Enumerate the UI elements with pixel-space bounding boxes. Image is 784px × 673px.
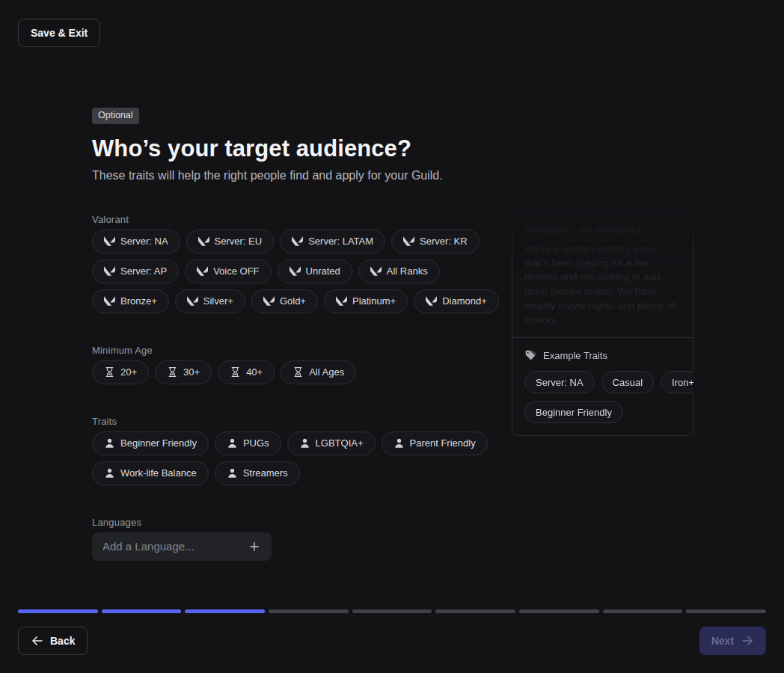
- back-button[interactable]: Back: [18, 627, 88, 655]
- example-guild-panel: Hardcore · 49 members We’re a women gami…: [512, 203, 693, 436]
- section-languages: Languages: [92, 517, 515, 561]
- valorant-filter-chip[interactable]: Server: LATAM: [280, 230, 385, 253]
- valorant-filter-chip[interactable]: Voice OFF: [185, 259, 271, 283]
- chip-label: Voice OFF: [213, 265, 259, 277]
- example-trait-chip: Server: NA: [524, 371, 595, 393]
- valorant-icon: [336, 295, 347, 307]
- language-input[interactable]: [102, 540, 246, 553]
- valorant-filter-chip[interactable]: Platinum+: [324, 289, 408, 313]
- faded-guild-description: We’re a women gaming group that’s been p…: [524, 242, 681, 327]
- progress-bar: [18, 609, 766, 613]
- chip-row: Server: NA Casual Iron+: [524, 371, 681, 393]
- progress-segment: [18, 609, 98, 613]
- chip-label: Server: EU: [215, 236, 263, 247]
- chip-label: Gold+: [280, 295, 306, 307]
- minimum-age-chip[interactable]: All Ages: [281, 360, 356, 384]
- trait-chip[interactable]: Work-life Balance: [92, 461, 209, 485]
- minimum-age-chip[interactable]: 40+: [218, 360, 275, 384]
- valorant-filter-chip[interactable]: All Ranks: [358, 259, 440, 283]
- valorant-icon: [263, 295, 275, 307]
- hourglass-icon: [230, 366, 241, 378]
- chip-label: Beginner Friendly: [120, 437, 197, 449]
- next-label: Next: [711, 635, 734, 647]
- progress-segment: [519, 609, 599, 613]
- hourglass-icon: [104, 366, 115, 378]
- valorant-filter-chip[interactable]: Silver+: [175, 289, 245, 313]
- trait-chip[interactable]: Parent Friendly: [382, 431, 488, 455]
- progress-segment: [185, 609, 265, 613]
- add-language-button[interactable]: [246, 538, 263, 555]
- trait-chip[interactable]: Streamers: [215, 461, 300, 485]
- trait-chip-rows: Beginner Friendly PUGs LGBTQIA+: [92, 431, 515, 485]
- chip-label: LGBTQIA+: [316, 437, 364, 449]
- progress-segment: [435, 609, 515, 613]
- section-minimum-age: Minimum Age 20+ 30: [92, 345, 515, 384]
- page-title: Who’s your target audience?: [92, 135, 515, 162]
- trait-chip[interactable]: Beginner Friendly: [92, 431, 209, 455]
- valorant-icon: [290, 265, 301, 277]
- save-exit-button[interactable]: Save & Exit: [18, 19, 100, 47]
- chip-label: Bronze+: [120, 295, 157, 307]
- chip-row: Beginner Friendly: [524, 401, 681, 423]
- example-trait-chip: Beginner Friendly: [524, 401, 623, 423]
- example-trait-chip: Casual: [601, 371, 654, 393]
- valorant-filter-chip[interactable]: Diamond+: [414, 289, 499, 313]
- plus-icon: [248, 540, 261, 553]
- chip-row: Server: AP Voice OFF Unrated: [92, 259, 515, 283]
- chip-label: All Ages: [309, 366, 344, 378]
- valorant-filter-chip[interactable]: Server: EU: [186, 230, 275, 253]
- chip-label: 30+: [183, 366, 200, 378]
- valorant-filter-chip[interactable]: Gold+: [251, 289, 318, 313]
- valorant-filter-chip[interactable]: Server: NA: [92, 230, 180, 253]
- progress-segment: [269, 609, 349, 613]
- save-exit-label: Save & Exit: [31, 27, 88, 39]
- chip-label: Platinum+: [352, 295, 396, 307]
- language-input-container: [92, 532, 272, 561]
- chip-row: Beginner Friendly PUGs LGBTQIA+: [92, 431, 515, 455]
- next-button[interactable]: Next: [699, 627, 766, 655]
- chip-label: Server: AP: [120, 265, 167, 277]
- valorant-icon: [426, 295, 437, 307]
- progress-segment: [686, 609, 766, 613]
- chip-label: PUGs: [243, 437, 269, 449]
- chip-label: Diamond+: [442, 295, 487, 307]
- chip-label: All Ranks: [387, 265, 428, 277]
- person-icon: [227, 467, 238, 479]
- valorant-filter-chip[interactable]: Unrated: [278, 259, 352, 283]
- valorant-icon: [198, 236, 209, 247]
- section-label-languages: Languages: [92, 517, 515, 528]
- chip-label: Server: KR: [420, 236, 468, 247]
- trait-chip[interactable]: PUGs: [215, 431, 281, 455]
- minimum-age-chip[interactable]: 20+: [92, 360, 149, 384]
- chip-label: Silver+: [203, 295, 233, 307]
- chip-row: Bronze+ Silver+ Gold+: [92, 289, 515, 313]
- chip-label: 40+: [246, 366, 263, 378]
- valorant-icon: [104, 265, 115, 277]
- example-traits-title: Example Traits: [543, 350, 607, 361]
- person-icon: [104, 467, 115, 479]
- guild-setup-screen: Save & Exit Optional Who’s your target a…: [0, 0, 784, 673]
- chip-label: Streamers: [243, 467, 288, 479]
- arrow-right-icon: [741, 634, 754, 648]
- progress-segment: [603, 609, 683, 613]
- valorant-filter-chip[interactable]: Bronze+: [92, 289, 169, 313]
- chip-row: Work-life Balance Streamers: [92, 461, 515, 485]
- valorant-filter-chip[interactable]: Server: AP: [92, 259, 179, 283]
- example-traits-section: Example Traits Server: NA Casual Iron+: [512, 337, 693, 435]
- chip-label: Server: LATAM: [308, 236, 373, 247]
- minimum-age-chip[interactable]: 30+: [155, 360, 212, 384]
- chip-label: Work-life Balance: [120, 467, 197, 479]
- section-label-valorant: Valorant: [92, 214, 515, 225]
- valorant-filter-chip[interactable]: Server: KR: [391, 230, 480, 253]
- valorant-icon: [197, 265, 208, 277]
- arrow-left-icon: [31, 634, 44, 648]
- faded-guild-preview: Hardcore · 49 members We’re a women gami…: [512, 204, 693, 337]
- section-traits: Traits Beginner Friendly: [92, 416, 515, 485]
- optional-badge: Optional: [92, 108, 139, 124]
- trait-chip[interactable]: LGBTQIA+: [287, 431, 376, 455]
- valorant-icon: [292, 236, 303, 247]
- chip-label: Parent Friendly: [410, 437, 476, 449]
- progress-segment: [352, 609, 432, 613]
- valorant-icon: [104, 236, 115, 247]
- chip-label: Server: NA: [120, 236, 168, 247]
